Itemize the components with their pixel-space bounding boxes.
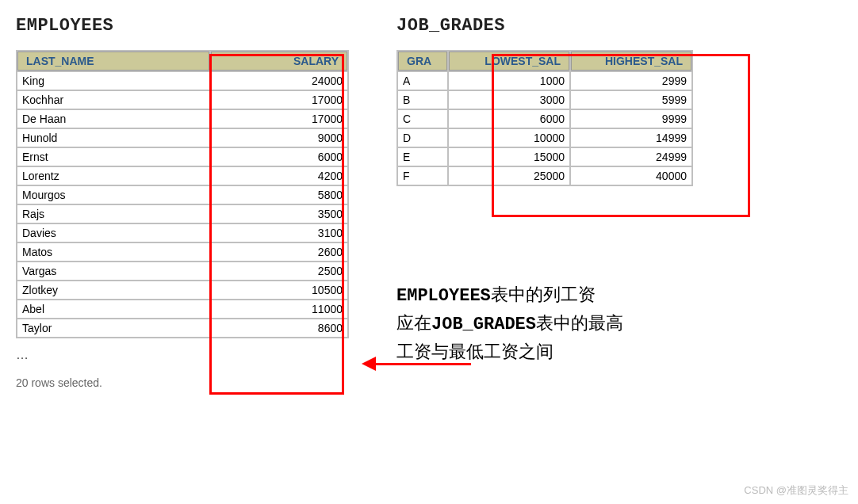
employee-salary-cell: 11000 (211, 300, 347, 318)
table-row: Matos2600 (17, 243, 347, 261)
table-row: Rajs3500 (17, 205, 347, 223)
employee-name-cell: Kochhar (17, 91, 209, 109)
table-row: Abel11000 (17, 300, 347, 318)
table-row: C60009999 (398, 110, 691, 128)
employee-salary-cell: 24000 (211, 72, 347, 90)
employee-salary-cell: 5800 (211, 186, 347, 204)
table-row: D1000014999 (398, 129, 691, 147)
explanation-note: EMPLOYEES表中的列工资 应在JOB_GRADES表中的最高 工资与最低工… (396, 281, 693, 365)
employee-name-cell: Matos (17, 243, 209, 261)
table-row: A10002999 (398, 72, 691, 90)
table-row: Taylor8600 (17, 319, 347, 337)
arrow-icon (362, 357, 471, 371)
employee-salary-cell: 17000 (211, 91, 347, 109)
grade-letter-cell: D (398, 129, 447, 147)
employee-salary-cell: 3500 (211, 205, 347, 223)
grade-high-cell: 5999 (571, 91, 691, 109)
grade-high-cell: 40000 (571, 167, 691, 185)
employee-salary-cell: 4200 (211, 167, 347, 185)
grades-title: JOB_GRADES (396, 16, 693, 36)
grade-low-cell: 6000 (449, 110, 569, 128)
table-row: Lorentz4200 (17, 167, 347, 185)
employee-name-cell: King (17, 72, 209, 90)
employee-name-cell: Zlotkey (17, 281, 209, 299)
employee-salary-cell: 3100 (211, 224, 347, 242)
table-row: Zlotkey10500 (17, 281, 347, 299)
employee-name-cell: Davies (17, 224, 209, 242)
table-row: E1500024999 (398, 148, 691, 166)
grades-header-low: LOWEST_SAL (449, 52, 569, 71)
employee-salary-cell: 8600 (211, 319, 347, 337)
grades-header-high: HIGHEST_SAL (571, 52, 691, 71)
table-row: Vargas2500 (17, 262, 347, 280)
employee-name-cell: Hunold (17, 129, 209, 147)
grade-low-cell: 25000 (449, 167, 569, 185)
employees-title: EMPLOYEES (16, 16, 349, 36)
employee-name-cell: Taylor (17, 319, 209, 337)
employee-name-cell: Mourgos (17, 186, 209, 204)
grade-high-cell: 14999 (571, 129, 691, 147)
employees-header-name: LAST_NAME (17, 52, 209, 71)
grade-letter-cell: B (398, 91, 447, 109)
grade-high-cell: 2999 (571, 72, 691, 90)
watermark: CSDN @准图灵奖得主 (744, 483, 848, 498)
grade-letter-cell: E (398, 148, 447, 166)
employee-name-cell: De Haan (17, 110, 209, 128)
employee-name-cell: Vargas (17, 262, 209, 280)
employees-header-salary: SALARY (211, 52, 347, 71)
employee-salary-cell: 10500 (211, 281, 347, 299)
employee-salary-cell: 6000 (211, 148, 347, 166)
grades-table: GRA LOWEST_SAL HIGHEST_SAL A10002999B300… (396, 50, 693, 186)
table-row: Kochhar17000 (17, 91, 347, 109)
table-row: De Haan17000 (17, 110, 347, 128)
table-row: King24000 (17, 72, 347, 90)
employee-name-cell: Rajs (17, 205, 209, 223)
table-row: Mourgos5800 (17, 186, 347, 204)
employee-salary-cell: 9000 (211, 129, 347, 147)
employee-name-cell: Lorentz (17, 167, 209, 185)
table-row: B30005999 (398, 91, 691, 109)
grade-low-cell: 15000 (449, 148, 569, 166)
employee-salary-cell: 2600 (211, 243, 347, 261)
grade-low-cell: 10000 (449, 129, 569, 147)
table-row: Davies3100 (17, 224, 347, 242)
employees-table: LAST_NAME SALARY King24000Kochhar17000De… (16, 50, 349, 338)
ellipsis: … (16, 348, 349, 362)
employee-name-cell: Abel (17, 300, 209, 318)
employee-salary-cell: 17000 (211, 110, 347, 128)
employee-name-cell: Ernst (17, 148, 209, 166)
table-row: Hunold9000 (17, 129, 347, 147)
grade-letter-cell: F (398, 167, 447, 185)
grade-low-cell: 3000 (449, 91, 569, 109)
grade-letter-cell: C (398, 110, 447, 128)
grade-letter-cell: A (398, 72, 447, 90)
row-count-status: 20 rows selected. (16, 376, 349, 389)
grade-high-cell: 24999 (571, 148, 691, 166)
table-row: Ernst6000 (17, 148, 347, 166)
grade-low-cell: 1000 (449, 72, 569, 90)
grade-high-cell: 9999 (571, 110, 691, 128)
grades-header-gra: GRA (398, 52, 447, 71)
table-row: F2500040000 (398, 167, 691, 185)
employee-salary-cell: 2500 (211, 262, 347, 280)
